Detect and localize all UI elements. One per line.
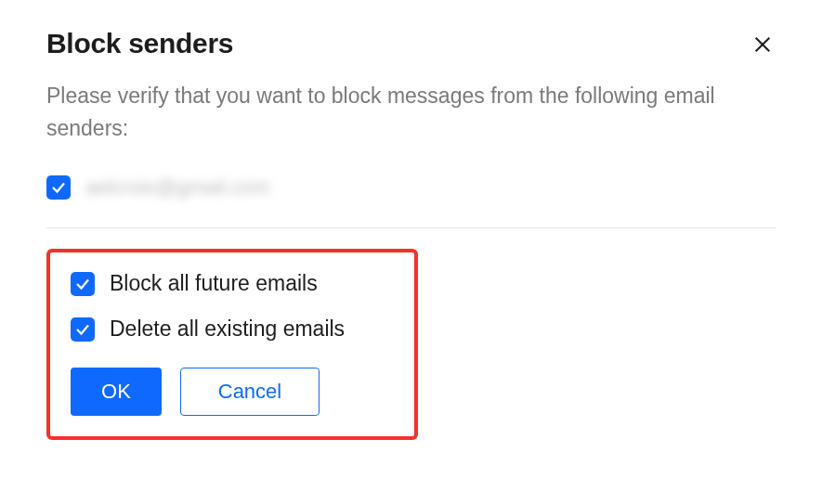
sender-email: aelcroix@gmail.com [85,175,269,200]
option-delete-existing: Delete all existing emails [71,317,394,342]
dialog-header: Block senders [46,28,776,59]
dialog-title: Block senders [46,28,233,59]
sender-checkbox[interactable] [46,175,71,200]
dialog-description: Please verify that you want to block mes… [46,80,771,144]
divider [46,227,776,228]
checkmark-icon [74,321,91,338]
delete-existing-checkbox[interactable] [71,317,95,342]
block-future-checkbox[interactable] [71,272,95,296]
ok-button[interactable]: OK [71,368,162,416]
delete-existing-label: Delete all existing emails [110,317,345,342]
button-row: OK Cancel [71,368,394,416]
option-block-future: Block all future emails [71,271,394,296]
close-button[interactable] [750,32,776,58]
checkmark-icon [74,276,91,292]
block-future-label: Block all future emails [110,271,318,296]
close-icon [752,34,773,55]
options-highlight-box: Block all future emails Delete all exist… [46,249,418,440]
sender-row: aelcroix@gmail.com [46,175,776,200]
checkmark-icon [50,179,67,196]
cancel-button[interactable]: Cancel [180,368,320,416]
